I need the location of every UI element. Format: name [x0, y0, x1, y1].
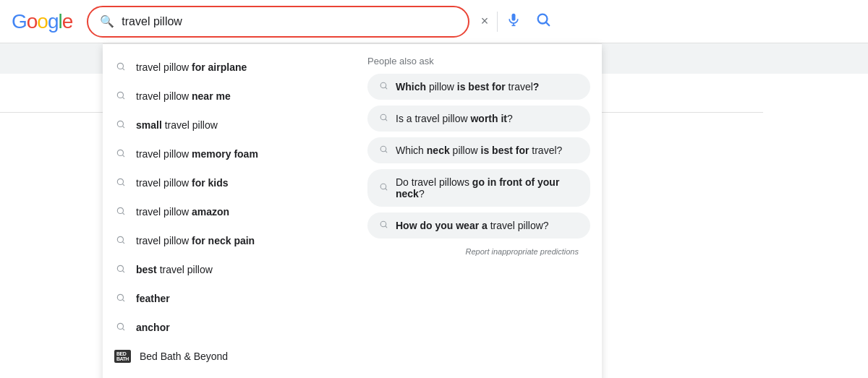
paa-search-icon-2: [379, 113, 388, 124]
report-text[interactable]: Report inappropriate predictions: [367, 244, 590, 259]
svg-line-40: [386, 226, 387, 228]
search-submit-button[interactable]: [529, 9, 557, 34]
people-also-ask-panel: People also ask Which pillow is best for…: [356, 50, 602, 378]
suggestion-text-9: feather: [136, 293, 170, 304]
search-dropdown: travel pillow for airplane travel pillow…: [103, 43, 602, 378]
svg-line-26: [122, 299, 124, 301]
suggestion-for-kids[interactable]: travel pillow for kids: [103, 168, 356, 197]
svg-line-36: [386, 151, 387, 153]
suggestion-memory-foam[interactable]: travel pillow memory foam: [103, 139, 356, 168]
suggestion-bed-bath[interactable]: BEDBATH Bed Bath & Beyond: [103, 342, 356, 371]
search-controls: ×: [478, 9, 558, 34]
svg-line-34: [386, 119, 387, 121]
header: Google 🔍 travel pillow ×: [0, 0, 868, 43]
svg-rect-0: [512, 14, 516, 21]
svg-line-10: [122, 68, 124, 69]
paa-search-icon-1: [379, 81, 388, 93]
svg-line-32: [386, 87, 387, 89]
paa-text-4: Do travel pillows go in front of your ne…: [396, 176, 579, 199]
paa-text-5: How do you wear a travel pillow?: [396, 220, 549, 231]
search-input[interactable]: travel pillow: [122, 15, 456, 28]
suggestion-text-11: Bed Bath & Beyond: [140, 351, 228, 362]
svg-line-38: [386, 189, 387, 190]
svg-line-16: [122, 155, 124, 156]
suggestion-amazon[interactable]: travel pillow amazon: [103, 197, 356, 226]
search-icon-3: [114, 119, 127, 132]
search-bar-wrapper: 🔍 travel pillow ×: [87, 6, 557, 38]
svg-line-22: [122, 241, 124, 243]
paa-search-icon-5: [379, 220, 388, 231]
paa-text-2: Is a travel pillow worth it?: [396, 113, 513, 124]
paa-label: People also ask: [367, 56, 590, 66]
paa-search-icon-3: [379, 145, 388, 156]
search-icon-7: [114, 235, 127, 247]
suggestion-anchor[interactable]: anchor: [103, 313, 356, 342]
suggestion-small[interactable]: small travel pillow: [103, 111, 356, 139]
microphone-icon: [506, 12, 521, 27]
suggestion-feather[interactable]: feather: [103, 284, 356, 313]
paa-item-3[interactable]: Which neck pillow is best for travel?: [367, 137, 590, 163]
suggestion-text-6: travel pillow amazon: [136, 206, 229, 218]
svg-line-4: [546, 22, 549, 25]
svg-line-24: [122, 270, 124, 272]
suggestion-text-4: travel pillow memory foam: [136, 148, 258, 160]
suggestions-list: travel pillow for airplane travel pillow…: [103, 50, 356, 378]
suggestion-text-2: travel pillow near me: [136, 90, 231, 102]
suggestion-for-airplane[interactable]: travel pillow for airplane: [103, 53, 356, 82]
svg-line-12: [122, 97, 124, 98]
suggestion-text-8: best travel pillow: [136, 264, 213, 275]
paa-item-1[interactable]: Which pillow is best for travel?: [367, 74, 590, 100]
bb-logo: BEDBATH: [114, 350, 131, 363]
clear-button[interactable]: ×: [478, 11, 492, 32]
suggestion-text-3: small travel pillow: [136, 119, 218, 131]
search-submit-icon: [535, 12, 551, 27]
search-icon-4: [114, 148, 127, 160]
suggestion-best[interactable]: best travel pillow: [103, 255, 356, 284]
search-icon-10: [114, 322, 127, 334]
suggestion-neck-pillow[interactable]: travel neck pillow: [103, 371, 356, 378]
search-icon-2: [114, 90, 127, 103]
paa-search-icon-4: [379, 182, 388, 194]
suggestion-text-1: travel pillow for airplane: [136, 61, 247, 73]
search-icon-1: [114, 61, 127, 74]
svg-line-20: [122, 212, 124, 214]
voice-search-button[interactable]: [503, 9, 524, 33]
search-icon-8: [114, 264, 127, 276]
search-bar[interactable]: 🔍 travel pillow: [87, 6, 469, 38]
suggestion-text-7: travel pillow for neck pain: [136, 235, 255, 246]
search-icon: 🔍: [100, 14, 114, 28]
paa-item-5[interactable]: How do you wear a travel pillow?: [367, 212, 590, 239]
paa-item-4[interactable]: Do travel pillows go in front of your ne…: [367, 169, 590, 207]
search-icon-6: [114, 206, 127, 218]
paa-item-2[interactable]: Is a travel pillow worth it?: [367, 106, 590, 132]
paa-text-1: Which pillow is best for travel?: [396, 81, 539, 93]
svg-line-14: [122, 126, 124, 127]
paa-text-3: Which neck pillow is best for travel?: [396, 145, 562, 156]
dropdown-columns: travel pillow for airplane travel pillow…: [103, 50, 602, 378]
suggestion-text-5: travel pillow for kids: [136, 177, 229, 189]
divider: [497, 12, 498, 32]
suggestion-for-neck-pain[interactable]: travel pillow for neck pain: [103, 226, 356, 255]
svg-line-18: [122, 184, 124, 185]
search-icon-5: [114, 177, 127, 189]
suggestion-text-10: anchor: [136, 322, 170, 333]
suggestion-near-me[interactable]: travel pillow near me: [103, 82, 356, 111]
search-icon-9: [114, 293, 127, 305]
google-logo: Google: [12, 10, 72, 33]
svg-line-28: [122, 328, 124, 330]
